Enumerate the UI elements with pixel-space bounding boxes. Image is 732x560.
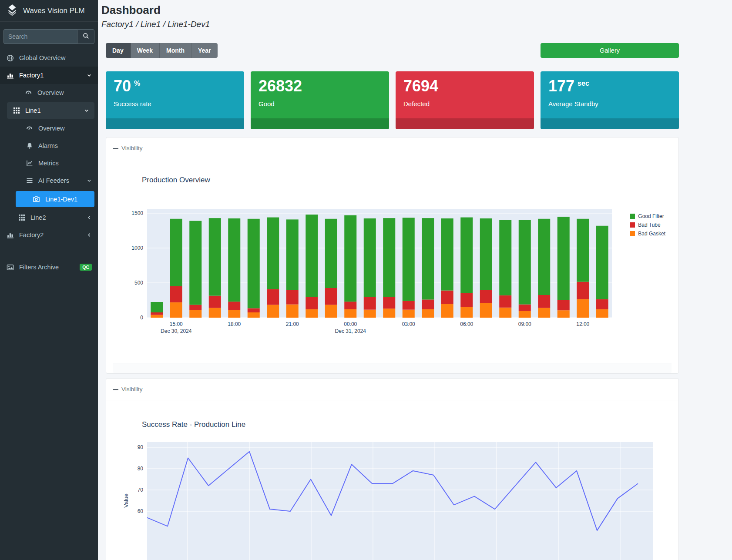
svg-text:03:00: 03:00: [402, 321, 415, 327]
legend-swatch: [630, 222, 635, 228]
sidebar-item-line2[interactable]: Line2: [7, 209, 98, 226]
stat-cards: 70 % Success rate 26832 Good 7694: [106, 71, 679, 129]
svg-text:18:00: 18:00: [228, 321, 241, 327]
legend-swatch: [630, 231, 635, 236]
sidebar-search: [3, 29, 94, 44]
sidebar-item-line1[interactable]: Line1: [7, 102, 94, 119]
stat-value: 70: [114, 77, 131, 95]
sidebar-item-filters-archive[interactable]: Filters Archive QC: [0, 258, 98, 276]
chevron-down-icon: [87, 73, 92, 78]
bell-icon: [25, 142, 34, 149]
qc-badge: QC: [80, 264, 92, 271]
page-title: Dashboard: [101, 3, 732, 17]
stat-label: Good: [259, 100, 381, 107]
svg-text:500: 500: [134, 280, 143, 286]
gallery-button[interactable]: Gallery: [541, 43, 679, 58]
panel-header: Visibility: [106, 137, 678, 159]
legend-label: Bad Gasket: [638, 231, 665, 237]
svg-text:70: 70: [138, 487, 144, 493]
minus-icon: [113, 387, 118, 392]
visibility-label: Visibility: [121, 145, 143, 151]
stat-value: 7694: [403, 77, 438, 95]
chart-legend: Good FilterBad TubeBad Gasket: [630, 213, 665, 237]
stat-card-footer: [251, 118, 389, 129]
svg-text:1500: 1500: [131, 210, 143, 216]
sidebar-item-metrics[interactable]: Metrics: [0, 154, 98, 172]
stat-label: Success rate: [114, 100, 236, 107]
legend-item-good-filter[interactable]: Good Filter: [630, 213, 665, 219]
stat-card-footer: [541, 118, 679, 129]
gauge-icon: [24, 89, 33, 97]
sidebar-item-label: Alarms: [38, 142, 58, 149]
stat-label: Defected: [403, 100, 526, 107]
range-button-day[interactable]: Day: [106, 43, 131, 58]
legend-label: Bad Tube: [638, 222, 660, 228]
visibility-toggle[interactable]: Visibility: [113, 145, 143, 151]
visibility-label: Visibility: [121, 386, 143, 392]
sidebar-item-factory1-overview[interactable]: Overview: [0, 84, 98, 101]
legend-item-bad-gasket[interactable]: Bad Gasket: [630, 231, 665, 237]
svg-text:80: 80: [138, 466, 144, 472]
range-button-year[interactable]: Year: [191, 43, 218, 58]
svg-text:09:00: 09:00: [518, 321, 531, 327]
panel-body: Success Rate - Production Line 60708090V…: [106, 400, 678, 560]
search-button[interactable]: [77, 29, 94, 44]
legend-item-bad-tube[interactable]: Bad Tube: [630, 222, 665, 228]
breadcrumb: Factory1 / Line1 / Line1-Dev1: [101, 20, 732, 29]
app-title: Waves Vision PLM: [23, 7, 85, 15]
production-overview-panel: Visibility Production Overview 050010001…: [106, 137, 679, 374]
stat-card-success-rate: 70 % Success rate: [106, 71, 244, 129]
search-input[interactable]: [3, 29, 77, 44]
visibility-toggle[interactable]: Visibility: [113, 386, 143, 392]
sidebar-item-global-overview[interactable]: Global Overview: [0, 49, 98, 67]
app-brand[interactable]: Waves Vision PLM: [0, 0, 98, 22]
success-rate-chart: 60708090Value: [113, 441, 672, 560]
sidebar-item-factory2[interactable]: Factory2: [0, 226, 98, 244]
sidebar-item-label: Metrics: [38, 160, 59, 167]
stat-unit: %: [134, 80, 140, 87]
sidebar-item-line1-overview[interactable]: Overview: [0, 120, 98, 137]
svg-text:0: 0: [140, 315, 143, 321]
sidebar-item-ai-feeders[interactable]: AI Feeders: [0, 172, 98, 189]
chevron-down-icon: [84, 108, 89, 113]
image-icon: [6, 264, 14, 271]
legend-label: Good Filter: [638, 213, 664, 219]
panel-body: Production Overview 05001000150015:0018:…: [106, 159, 678, 373]
svg-text:Value: Value: [123, 493, 129, 507]
svg-text:Dec 31, 2024: Dec 31, 2024: [335, 328, 366, 334]
sidebar-item-label: AI Feeders: [38, 177, 69, 184]
svg-text:12:00: 12:00: [576, 321, 589, 327]
stat-card-average-standby: 177 sec Average Standby: [541, 71, 679, 129]
bar-chart-icon: [6, 72, 14, 79]
range-button-week[interactable]: Week: [131, 43, 160, 58]
sidebar-item-line1-dev1[interactable]: Line1-Dev1: [16, 191, 94, 207]
sidebar-nav: Global Overview Factory1 Overview Line1 …: [0, 49, 98, 276]
stat-value: 177: [548, 77, 574, 95]
stat-value: 26832: [259, 77, 302, 95]
line-chart-icon: [25, 160, 34, 167]
chevron-left-icon: [87, 232, 92, 238]
svg-text:90: 90: [138, 444, 144, 450]
svg-text:Dec 30, 2024: Dec 30, 2024: [161, 328, 192, 334]
stat-card-footer: [106, 118, 244, 129]
sidebar-item-label: Factory2: [19, 231, 44, 238]
sidebar-item-factory1[interactable]: Factory1: [0, 67, 98, 84]
svg-text:21:00: 21:00: [286, 321, 299, 327]
range-button-month[interactable]: Month: [160, 43, 191, 58]
toolbar: Day Week Month Year Gallery: [106, 43, 679, 58]
stat-card-defected: 7694 Defected: [396, 71, 534, 129]
panel-footer: [113, 363, 672, 373]
globe-icon: [6, 54, 14, 62]
stat-unit: sec: [578, 80, 589, 87]
sidebar-item-label: Filters Archive: [19, 264, 59, 271]
stat-label: Average Standby: [548, 100, 671, 107]
gauge-icon: [25, 125, 34, 132]
svg-text:00:00: 00:00: [344, 321, 357, 327]
chevron-down-icon: [87, 178, 92, 183]
sidebar-item-label: Global Overview: [19, 54, 65, 61]
main-content: Dashboard Factory1 / Line1 / Line1-Dev1 …: [98, 0, 732, 560]
sidebar-item-label: Line2: [30, 214, 46, 221]
production-overview-chart: 05001000150015:0018:0021:0000:0003:0006:…: [113, 207, 672, 339]
chart-title: Success Rate - Production Line: [142, 420, 672, 429]
sidebar-item-alarms[interactable]: Alarms: [0, 137, 98, 154]
